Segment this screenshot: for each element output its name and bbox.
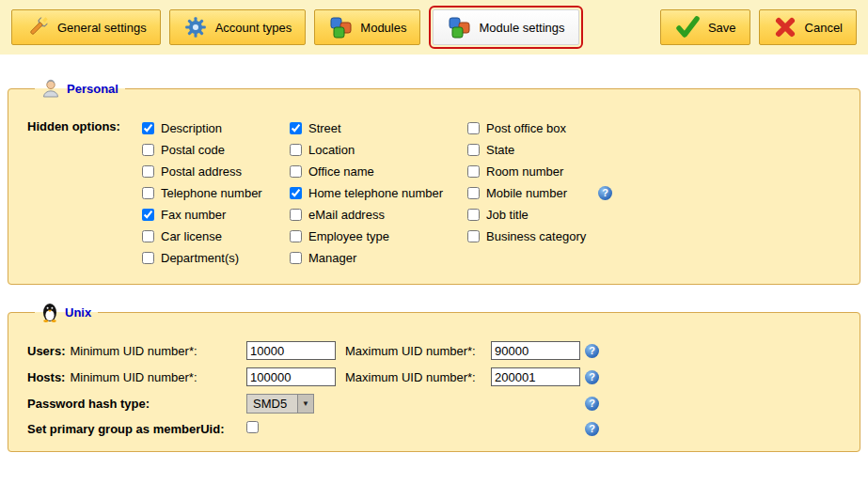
users-min-uid-input[interactable] bbox=[246, 341, 336, 360]
cubes-icon bbox=[328, 15, 353, 39]
checkbox[interactable] bbox=[142, 230, 154, 242]
hidden-option-postal-address[interactable]: Postal address bbox=[142, 161, 290, 182]
hidden-option-post-office-box[interactable]: Post office box bbox=[467, 117, 684, 139]
checkbox-label: Post office box bbox=[486, 121, 566, 135]
hosts-min-uid-input[interactable] bbox=[246, 367, 336, 386]
checkbox[interactable] bbox=[467, 165, 480, 178]
hidden-option-manager[interactable]: Manager bbox=[290, 247, 467, 269]
checkbox[interactable] bbox=[142, 144, 154, 156]
checkbox-label: Postal address bbox=[161, 164, 242, 179]
hidden-options-row: Hidden options: DescriptionPostal codePo… bbox=[27, 117, 841, 269]
hidden-option-state[interactable]: State bbox=[467, 139, 684, 161]
checkbox-label: Office name bbox=[308, 164, 374, 179]
wrench-icon bbox=[25, 15, 50, 39]
hidden-option-home-telephone-number[interactable]: Home telephone number bbox=[290, 182, 467, 204]
hidden-option-description[interactable]: Description bbox=[142, 117, 290, 139]
checkbox[interactable] bbox=[467, 230, 480, 242]
check-icon bbox=[674, 15, 701, 39]
checkbox-label: Room number bbox=[486, 164, 563, 179]
checkbox-label: Job title bbox=[486, 208, 529, 222]
member-uid-checkbox[interactable] bbox=[246, 421, 259, 433]
help-icon[interactable]: ? bbox=[585, 422, 599, 436]
tab-label: Modules bbox=[360, 21, 406, 35]
hidden-option-room-number[interactable]: Room number bbox=[467, 161, 684, 182]
tux-penguin-icon bbox=[41, 302, 58, 322]
legend-text: Unix bbox=[65, 305, 91, 320]
checkbox-label: Telephone number bbox=[161, 186, 262, 200]
checkbox[interactable] bbox=[142, 187, 154, 199]
checkbox[interactable] bbox=[142, 165, 154, 178]
tab-label: General settings bbox=[57, 21, 147, 35]
person-icon bbox=[41, 79, 60, 99]
hidden-option-mobile-number[interactable]: Mobile number? bbox=[467, 182, 684, 204]
checkbox-label: Mobile number bbox=[486, 186, 567, 200]
checkbox-label: Fax number bbox=[161, 208, 226, 222]
toolbar: General settings Account types bbox=[0, 0, 868, 55]
tab-account-types[interactable]: Account types bbox=[169, 9, 307, 45]
hidden-option-location[interactable]: Location bbox=[290, 139, 467, 161]
tab-label: Cancel bbox=[805, 21, 843, 35]
users-group-label: Users: bbox=[27, 344, 65, 358]
users-max-uid-input[interactable] bbox=[491, 341, 580, 360]
checkbox[interactable] bbox=[142, 252, 154, 264]
hosts-group-label: Hosts: bbox=[27, 370, 65, 384]
tab-label: Account types bbox=[215, 21, 292, 35]
checkbox-column: Post office boxStateRoom numberMobile nu… bbox=[467, 117, 684, 269]
password-hash-label: Password hash type: bbox=[27, 397, 246, 411]
checkbox[interactable] bbox=[290, 230, 302, 242]
hidden-option-department-s-[interactable]: Department(s) bbox=[142, 247, 290, 269]
hidden-option-telephone-number[interactable]: Telephone number bbox=[142, 182, 290, 204]
min-uid-label: Minimum UID number*: bbox=[70, 370, 197, 384]
unix-settings-grid: Users:Minimum UID number*: Maximum UID n… bbox=[27, 341, 841, 436]
hidden-options-label: Hidden options: bbox=[27, 117, 142, 269]
checkbox[interactable] bbox=[142, 122, 154, 134]
checkbox[interactable] bbox=[467, 209, 480, 221]
help-icon[interactable]: ? bbox=[585, 344, 599, 358]
hidden-options-columns: DescriptionPostal codePostal addressTele… bbox=[142, 117, 684, 269]
password-hash-value: SMD5 bbox=[253, 397, 287, 411]
checkbox[interactable] bbox=[290, 209, 302, 221]
hidden-option-email-address[interactable]: eMail address bbox=[290, 204, 467, 226]
hidden-option-office-name[interactable]: Office name bbox=[290, 161, 467, 182]
hosts-max-uid-label: Maximum UID number*: bbox=[345, 370, 491, 384]
checkbox[interactable] bbox=[290, 252, 302, 264]
checkbox-label: Department(s) bbox=[161, 251, 239, 265]
checkbox[interactable] bbox=[290, 144, 302, 156]
help-icon[interactable]: ? bbox=[585, 397, 599, 411]
tab-module-settings[interactable]: Module settings bbox=[433, 9, 578, 45]
checkbox-label: Manager bbox=[308, 251, 356, 265]
hidden-option-fax-number[interactable]: Fax number bbox=[142, 204, 290, 226]
help-icon[interactable]: ? bbox=[598, 186, 612, 200]
help-icon[interactable]: ? bbox=[585, 370, 599, 384]
save-button[interactable]: Save bbox=[660, 9, 750, 45]
hidden-option-job-title[interactable]: Job title bbox=[467, 204, 684, 226]
unix-section: Unix Users:Minimum UID number*: Maximum … bbox=[8, 302, 860, 452]
checkbox-label: Location bbox=[308, 143, 355, 157]
checkbox[interactable] bbox=[142, 209, 154, 221]
tab-modules[interactable]: Modules bbox=[314, 9, 420, 45]
users-max-uid-label: Maximum UID number*: bbox=[345, 344, 491, 358]
chevron-down-icon: ▼ bbox=[297, 395, 313, 413]
checkbox[interactable] bbox=[290, 187, 302, 199]
cancel-button[interactable]: Cancel bbox=[759, 9, 857, 45]
hosts-max-uid-input[interactable] bbox=[491, 367, 580, 386]
checkbox[interactable] bbox=[290, 165, 302, 178]
checkbox-label: Description bbox=[161, 121, 222, 135]
hidden-option-business-category[interactable]: Business category bbox=[467, 226, 684, 247]
checkbox-label: Car license bbox=[161, 229, 222, 243]
hidden-option-street[interactable]: Street bbox=[290, 117, 467, 139]
checkbox-label: State bbox=[486, 143, 514, 157]
password-hash-select[interactable]: SMD5 ▼ bbox=[246, 394, 314, 414]
checkbox-column: DescriptionPostal codePostal addressTele… bbox=[142, 117, 290, 269]
checkbox[interactable] bbox=[290, 122, 302, 134]
hidden-option-car-license[interactable]: Car license bbox=[142, 226, 290, 247]
tab-general-settings[interactable]: General settings bbox=[11, 9, 161, 45]
checkbox[interactable] bbox=[467, 144, 480, 156]
hidden-option-employee-type[interactable]: Employee type bbox=[290, 226, 467, 247]
checkbox[interactable] bbox=[467, 187, 480, 199]
checkbox[interactable] bbox=[467, 122, 480, 134]
hidden-option-postal-code[interactable]: Postal code bbox=[142, 139, 290, 161]
tab-label: Save bbox=[708, 21, 736, 35]
min-uid-label: Minimum UID number*: bbox=[70, 344, 197, 358]
checkbox-label: eMail address bbox=[308, 208, 385, 222]
